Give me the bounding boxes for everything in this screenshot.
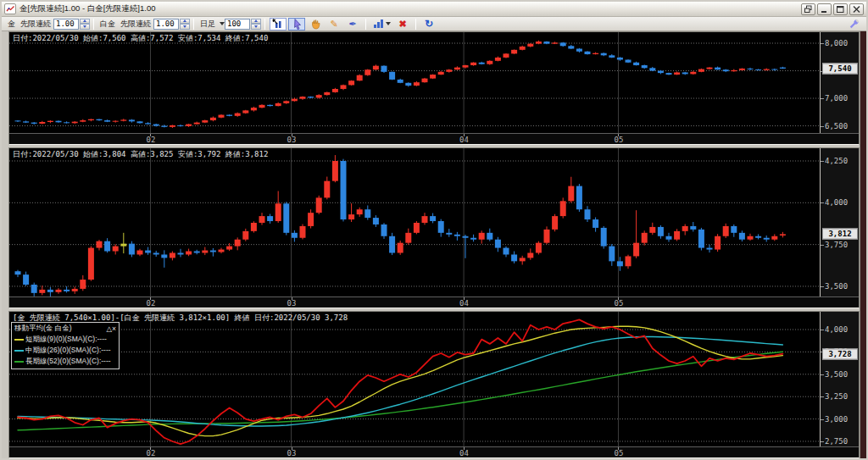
x-axis-month-label: 04 [459,136,469,144]
x-axis-month-label: 02 [146,449,155,457]
pan-hand-button[interactable] [307,18,324,30]
spread-time-axis: 02030405 [9,446,859,457]
y-axis-tick [821,202,824,203]
instrument2-series-label: 先限連続 [120,19,151,30]
crosshair-chart-icon [272,19,284,29]
panel-spread: [金 先限連続 7,540×1.00]-[白金 先限連続 3,812×1.00]… [8,311,860,458]
moving-average-legend: 移動平均(金 白金) △× 短期線(9)(0)(SMA)(C):---- 中期線… [11,322,120,369]
bar-count-stepper[interactable] [251,19,261,30]
instrument1-label: 金 [8,19,15,30]
y-axis-tick [821,126,824,127]
y-axis-label: 6,500 [825,122,848,130]
pencil-draw-button[interactable]: ✎ [326,18,342,30]
y-axis-label: 2,750 [825,437,848,446]
instrument2-multiplier-stepper[interactable] [180,19,190,30]
y-axis-label: 3,750 [825,241,848,249]
legend-item-long-ma: 長期線(52)(0)(SMA)(C):---- [14,357,116,367]
spread-price-axis: 4,0003,7503,5003,2503,0002,7503,728 [820,312,859,446]
y-axis-tick [821,43,824,44]
gold-candlestick-plot[interactable]: 日付:2022/05/30 始値:7,560 高値:7,572 安値:7,534… [9,32,820,133]
y-axis-label: 3,500 [825,370,848,379]
x-axis-month-label: 04 [459,299,469,308]
mid-ma-color-swatch [14,350,24,352]
legend-close-button[interactable]: × [112,324,116,333]
pen-draw-button[interactable]: ✒ [344,18,361,30]
long-ma-color-swatch [14,361,24,363]
period-dropdown[interactable]: 日足 [200,19,215,30]
instrument1-multiplier-input[interactable] [53,19,79,30]
delete-indicator-button[interactable]: ✖ [394,18,411,30]
y-axis-tick [821,419,824,420]
settings-button[interactable] [845,18,862,30]
red-x-icon: ✖ [398,19,406,29]
close-button[interactable] [849,3,864,15]
instrument1-series-label: 先限連続 [20,19,51,30]
platinum-candlestick-plot[interactable]: 日付:2022/05/30 始値:3,804 高値:3,825 安値:3,792… [9,148,820,297]
y-axis-tick [821,330,824,330]
refresh-icon: ↻ [425,19,433,29]
x-axis-month-label: 03 [287,449,297,457]
spread-line-plot[interactable]: [金 先限連続 7,540×1.00]-[白金 先限連続 3,812×1.00]… [9,312,820,446]
right-edge-strip [860,31,866,458]
plot-canvas [9,148,820,297]
window-title: 金[先限連続]1.00 - 白金[先限連続]1.00 [19,3,155,14]
select-cursor-button[interactable] [288,18,305,30]
plot-canvas [9,32,820,133]
platinum-ohlc-info: 日付:2022/05/30 始値:3,804 高値:3,825 安値:3,792… [13,149,268,160]
toolbar-divider [193,19,194,30]
window-copy-button[interactable] [801,3,815,15]
y-axis-label: 4,000 [825,198,848,207]
x-axis-month-label: 03 [287,136,297,144]
y-axis-label: 3,250 [825,392,848,401]
y-axis-tick [821,286,824,287]
bar-chart-icon [373,19,384,29]
legend-title: 移動平均(金 白金) [14,324,72,334]
x-axis-month-label: 05 [614,299,623,308]
x-axis-month-label: 04 [459,449,469,457]
toolbar: 金 先限連続 白金 先限連続 日足 ✎ ✒ ✖ ↻ [2,17,866,31]
indicator-menu-button[interactable] [370,18,392,30]
minimize-button[interactable] [817,3,832,15]
hand-icon [310,19,321,30]
panel-gold: 日付:2022/05/30 始値:7,560 高値:7,572 安値:7,534… [8,31,860,145]
pencil-icon: ✎ [330,19,337,29]
toolbar-divider [365,19,366,30]
gold-ohlc-info: 日付:2022/05/30 始値:7,560 高値:7,572 安値:7,534… [13,33,268,44]
last-price-tag: 3,812 [822,229,858,240]
x-axis-month-label: 02 [146,299,155,308]
y-axis-label: 4,250 [825,157,848,165]
y-axis-label: 7,000 [825,94,848,103]
app-chart-icon [4,3,16,14]
x-axis-month-label: 02 [146,136,155,144]
wrench-icon [849,19,860,30]
last-price-tag: 7,540 [822,63,858,74]
y-axis-tick [821,245,824,246]
bar-count-input[interactable] [225,19,250,30]
toolbar-divider [415,19,416,30]
refresh-button[interactable]: ↻ [420,18,437,30]
pen-icon: ✒ [348,19,356,29]
last-price-tag: 3,728 [822,348,858,359]
instrument2-multiplier-input[interactable] [153,19,179,30]
maximize-button[interactable] [833,3,848,15]
indicator-dropdown-arrow-icon [386,22,391,25]
x-axis-month-label: 03 [287,299,297,308]
gold-price-axis: 8,0007,5007,0006,5007,540 [820,32,859,133]
instrument1-multiplier-stepper[interactable] [80,19,90,30]
y-axis-tick [821,374,824,375]
title-bar: 金[先限連続]1.00 - 白金[先限連続]1.00 [2,2,866,17]
chart-area: 日付:2022/05/30 始値:7,560 高値:7,572 安値:7,534… [2,31,866,458]
legend-item-short-ma: 短期線(9)(0)(SMA)(C):---- [14,335,116,345]
toolbar-divider [264,19,265,30]
toolbar-divider [93,19,94,30]
instrument2-label: 白金 [100,19,115,30]
short-ma-color-swatch [14,339,24,341]
y-axis-tick [821,396,824,397]
crosshair-mode-button[interactable] [270,18,287,30]
x-axis-month-label: 05 [614,449,623,457]
y-axis-tick [821,441,824,442]
y-axis-label: 8,000 [825,39,848,47]
platinum-time-axis: 02030405 [9,297,859,308]
y-axis-label: 3,500 [825,282,848,291]
y-axis-label: 4,000 [825,325,848,334]
